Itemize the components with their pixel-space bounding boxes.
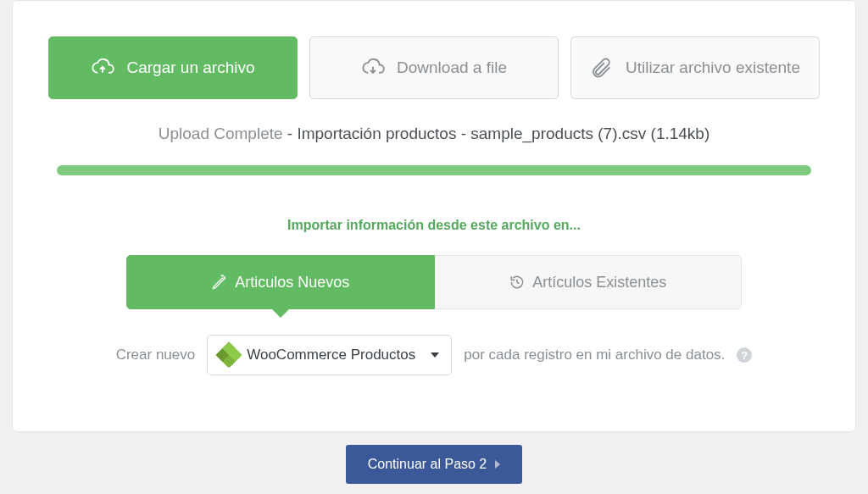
continue-label: Continuar al Paso 2 [368,457,487,472]
help-icon[interactable]: ? [737,347,752,363]
tab-upload-file[interactable]: Cargar un archivo [48,36,298,99]
import-mode-tabs: Articulos Nuevos Artículos Existentes [126,255,742,309]
chevron-right-icon [495,460,500,469]
status-detail: - Importación productos - sample_product… [283,125,710,142]
upload-progress-bar [57,165,811,175]
tab-upload-label: Cargar un archivo [126,58,254,77]
tab-existing-label: Utilizar archivo existente [626,58,800,77]
history-icon [509,274,526,291]
import-panel: Cargar un archivo Download a file Utiliz… [12,0,856,432]
status-prefix: Upload Complete [159,125,283,142]
tab-existing-items-label: Artículos Existentes [532,274,666,291]
tab-download-file[interactable]: Download a file [309,36,559,99]
attachment-icon [590,56,614,80]
post-type-select[interactable]: WooCommerce Productos [207,335,452,375]
pencil-icon [211,274,228,291]
create-suffix: por cada registro en mi archivo de datos… [464,347,725,364]
continue-button[interactable]: Continuar al Paso 2 [346,445,523,484]
footer: Continuar al Paso 2 [0,432,868,484]
cloud-upload-icon [91,56,114,80]
create-prefix: Crear nuevo [116,347,196,364]
cloud-download-icon [361,56,385,80]
tab-existing-file[interactable]: Utilizar archivo existente [570,36,820,99]
source-tabs: Cargar un archivo Download a file Utiliz… [48,36,820,99]
select-value: WooCommerce Productos [247,347,415,364]
tab-new-items[interactable]: Articulos Nuevos [126,255,435,309]
tab-new-items-label: Articulos Nuevos [235,274,349,291]
create-row: Crear nuevo WooCommerce Productos por ca… [48,335,820,375]
tab-existing-items[interactable]: Artículos Existentes [435,255,743,309]
woocommerce-icon [216,341,242,368]
upload-status: Upload Complete - Importación productos … [48,125,820,143]
import-heading: Importar información desde este archivo … [48,218,820,233]
caret-down-icon [431,352,439,358]
tab-download-label: Download a file [397,58,507,77]
